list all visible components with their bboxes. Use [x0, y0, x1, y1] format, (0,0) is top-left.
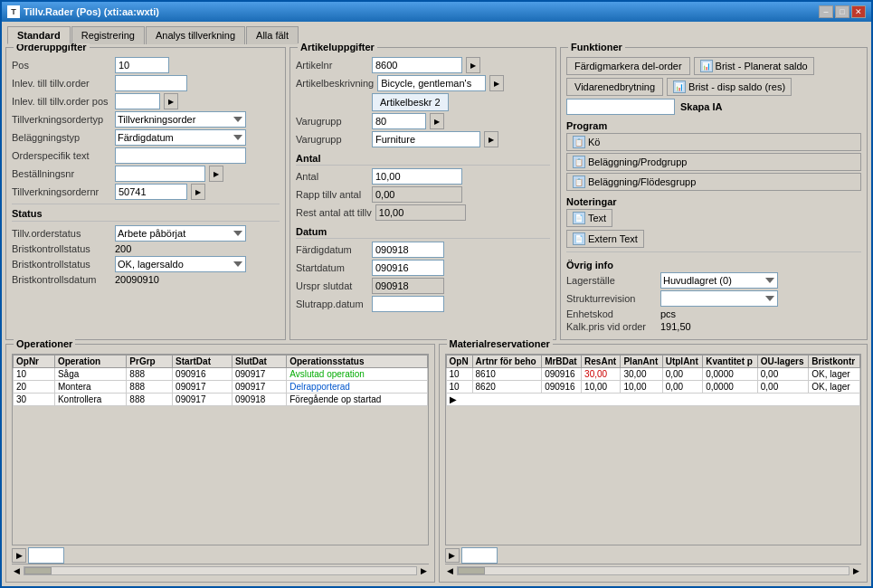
inlev-pos-label: Inlev. till tillv.order pos: [12, 96, 111, 107]
scroll-track[interactable]: [24, 566, 417, 575]
startdatum-input[interactable]: [372, 260, 444, 276]
inlev-input[interactable]: [115, 75, 187, 91]
belaggning-prodgrupp-button[interactable]: 📋 Beläggning/Prodgrupp: [566, 153, 861, 171]
extern-text-button[interactable]: 📄 Extern Text: [566, 230, 644, 248]
slutrapp-datum-row: Slutrapp.datum: [296, 296, 550, 312]
slutrapp-datum-input[interactable]: [372, 296, 444, 312]
table-cell: 090918: [232, 394, 286, 406]
bestallningsnr-label: Beställningsnr: [12, 168, 111, 179]
skapa-ia-label: Skapa IA: [680, 101, 722, 112]
material-new-input[interactable]: [461, 547, 498, 564]
strukturrevision-select[interactable]: [660, 290, 778, 307]
orderspecifik-input[interactable]: [115, 147, 246, 164]
table-cell: 888: [127, 381, 173, 394]
col-operation: Operation: [54, 356, 126, 368]
inlev-pos-row: Inlev. till tillv.order pos ▶: [12, 93, 280, 109]
artikelbeskrivning-input[interactable]: [377, 75, 486, 91]
ovrig-info-section: Övrig info Lagerställe Huvudlagret (0) S…: [566, 251, 861, 332]
table-row[interactable]: 10Såga888090916090917Avslutad operation: [14, 368, 428, 381]
material-table-scroll[interactable]: OpN Artnr för beho MrBDat ResAnt PlanAnt…: [446, 355, 861, 545]
title-bar-left: T Tillv.Rader (Pos) (xti:aa:wxti): [7, 5, 159, 18]
tab-standard[interactable]: Standard: [7, 26, 71, 44]
table-cell: 0,00: [662, 381, 703, 394]
minimize-button[interactable]: –: [819, 5, 833, 18]
artikelbeskr2-button[interactable]: Artikelbeskr 2: [372, 93, 449, 111]
material-table-wrapper: OpN Artnr för beho MrBDat ResAnt PlanAnt…: [445, 354, 862, 545]
table-cell: OK, lager: [809, 368, 860, 381]
maximize-button[interactable]: □: [835, 5, 849, 18]
table-row[interactable]: 30Kontrollera888090917090918Föregående o…: [14, 394, 428, 406]
scroll-thumb[interactable]: [24, 567, 52, 574]
antal-input[interactable]: [372, 168, 462, 185]
row-pointer-cell: ▶: [446, 394, 860, 406]
bestallningsnr-input[interactable]: [115, 166, 205, 182]
skapa-ia-input[interactable]: [566, 99, 675, 115]
artikelnr-input[interactable]: [372, 57, 462, 73]
operationer-scrollbar[interactable]: ◀ ▶: [12, 564, 429, 576]
operationer-add-button[interactable]: ▶: [12, 548, 26, 563]
operationer-new-opnr[interactable]: [28, 547, 64, 564]
mat-scroll-thumb[interactable]: [458, 567, 485, 574]
bestallningsnr-arrow[interactable]: ▶: [209, 166, 223, 182]
tillverkningsordernr-arrow[interactable]: ▶: [191, 184, 205, 200]
orderspecifik-label: Orderspecifik text: [12, 150, 111, 161]
varugrupp2-arrow[interactable]: ▶: [484, 131, 498, 147]
close-button[interactable]: ✕: [851, 5, 866, 18]
table-cell: 090916: [173, 368, 232, 381]
table-row[interactable]: 20Montera888090917090917Delrapporterad: [14, 381, 428, 394]
table-cell: 090917: [232, 368, 286, 381]
urspr-slutdat-label: Urspr slutdat: [296, 280, 368, 291]
rapp-tillv-row: Rapp tillv antal: [296, 186, 550, 203]
inlev-pos-input[interactable]: [115, 93, 160, 109]
mat-scroll-right-btn[interactable]: ▶: [851, 566, 861, 575]
title-bar: T Tillv.Rader (Pos) (xti:aa:wxti) – □ ✕: [2, 2, 871, 22]
funktioner-title: Funktioner: [568, 43, 625, 52]
title-buttons: – □ ✕: [819, 5, 866, 18]
scroll-right-btn[interactable]: ▶: [419, 566, 429, 575]
operationer-table-scroll[interactable]: OpNr Operation PrGrp StartDat SlutDat Op…: [13, 355, 428, 545]
belagningstyp-select[interactable]: Färdigdatum: [115, 129, 246, 146]
tab-analys[interactable]: Analys tillverkning: [146, 26, 245, 44]
mat-col-kvant: Kvantitet p: [703, 356, 758, 368]
tillv-orderstatus-select[interactable]: Arbete påbörjat: [115, 225, 246, 242]
brist-disp-button[interactable]: 📊 Brist - disp saldo (res): [667, 78, 792, 96]
mat-scroll-left-btn[interactable]: ◀: [445, 566, 455, 575]
lagerstalle-select[interactable]: Huvudlagret (0): [660, 272, 778, 289]
tillverkningsordernr-input[interactable]: [115, 184, 187, 200]
app-icon: T: [7, 5, 20, 18]
material-scrollbar[interactable]: ◀ ▶: [445, 564, 862, 576]
inlev-pos-arrow[interactable]: ▶: [164, 93, 178, 109]
panel-orderuppgifter: Orderuppgifter Pos Inlev. till tillv.ord…: [5, 47, 286, 340]
varugrupp2-input[interactable]: [372, 131, 480, 147]
kalk-pris-label: Kalk.pris vid order: [566, 321, 657, 332]
table-row-pointer[interactable]: ▶: [446, 394, 860, 406]
tab-registrering[interactable]: Registrering: [71, 26, 145, 44]
main-content: Orderuppgifter Pos Inlev. till tillv.ord…: [2, 43, 871, 586]
material-add-button[interactable]: ▶: [445, 548, 460, 563]
tillverkningsordertyp-label: Tillverkningsordertyp: [12, 114, 111, 125]
scroll-left-btn[interactable]: ◀: [12, 566, 22, 575]
table-row[interactable]: 10861009091630,0030,000,000,00000,00OK, …: [446, 368, 860, 381]
artikelnr-arrow[interactable]: ▶: [466, 57, 480, 73]
tillverkningsordertyp-select[interactable]: Tillverkningsorder: [115, 111, 246, 128]
rest-antal-row: Rest antal att tillv: [296, 204, 550, 221]
table-row[interactable]: 10862009091610,0010,000,000,00000,00OK, …: [446, 381, 860, 394]
mat-scroll-track[interactable]: [457, 566, 850, 575]
brist-planerat-label: Brist - Planerat saldo: [716, 61, 808, 71]
text-button[interactable]: 📄 Text: [566, 209, 612, 227]
vidarenedbrytning-button[interactable]: Vidarenedbrytning: [566, 78, 663, 96]
belaggning-flodesgrupp-button[interactable]: 📋 Beläggning/Flödesgrupp: [566, 173, 861, 191]
fardigmarkera-button[interactable]: Färdigmarkera del-order: [566, 57, 690, 75]
artikelbeskrivning-arrow[interactable]: ▶: [489, 75, 504, 91]
strukturrevision-row: Strukturrevision: [566, 290, 861, 307]
fardigdatum-input[interactable]: [372, 242, 444, 258]
extern-text-label: Extern Text: [588, 233, 638, 244]
brist-planerat-button[interactable]: 📊 Brist - Planerat saldo: [694, 57, 814, 75]
tab-alla-falt[interactable]: Alla fält: [246, 26, 299, 44]
artikelbeskr2-row: Artikelbeskr 2: [296, 93, 550, 111]
ko-button[interactable]: 📋 Kö: [566, 133, 861, 151]
bristkontroll2-select[interactable]: OK, lagersaldo: [115, 256, 246, 272]
varugrupp1-arrow[interactable]: ▶: [430, 113, 444, 129]
varugrupp1-input[interactable]: [372, 113, 426, 129]
pos-input[interactable]: [115, 57, 169, 73]
